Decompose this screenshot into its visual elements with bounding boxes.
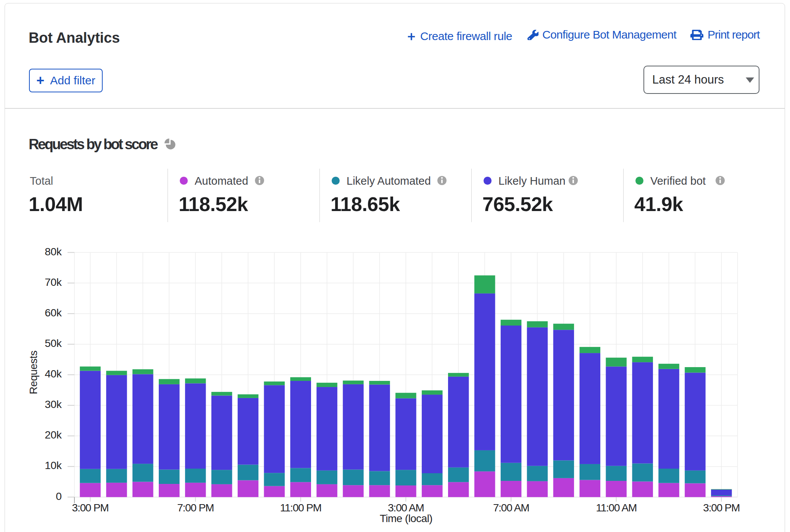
svg-text:20k: 20k	[45, 429, 62, 441]
svg-text:70k: 70k	[45, 276, 62, 288]
svg-text:10k: 10k	[45, 459, 62, 471]
svg-text:3:00 PM: 3:00 PM	[703, 502, 740, 514]
svg-text:50k: 50k	[45, 337, 62, 349]
svg-text:7:00 AM: 7:00 AM	[493, 502, 529, 514]
svg-text:60k: 60k	[45, 307, 62, 319]
svg-text:3:00 PM: 3:00 PM	[72, 502, 109, 514]
svg-text:0: 0	[56, 490, 61, 502]
svg-text:40k: 40k	[45, 368, 62, 380]
svg-text:Time (local): Time (local)	[380, 513, 432, 524]
svg-text:7:00 PM: 7:00 PM	[177, 502, 214, 514]
svg-text:80k: 80k	[45, 246, 62, 258]
svg-text:Requests: Requests	[27, 351, 39, 394]
svg-text:3:00 AM: 3:00 AM	[388, 502, 424, 514]
svg-text:11:00 PM: 11:00 PM	[280, 502, 321, 514]
svg-text:30k: 30k	[45, 398, 62, 410]
svg-text:11:00 AM: 11:00 AM	[596, 502, 637, 514]
